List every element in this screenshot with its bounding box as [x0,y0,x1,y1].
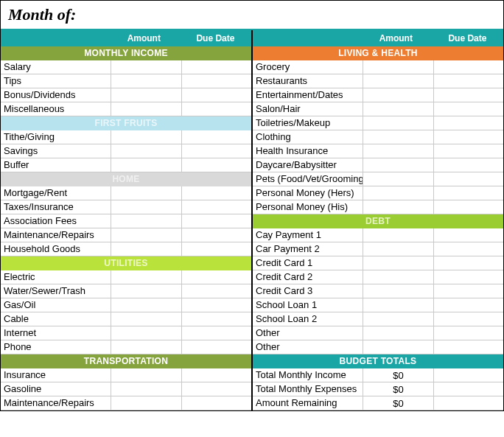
amount-cell[interactable] [111,214,181,228]
amount-cell[interactable] [111,102,181,116]
due-cell[interactable] [434,130,503,144]
due-cell[interactable] [182,298,251,312]
amount-cell[interactable] [111,312,181,326]
due-cell[interactable] [182,382,251,396]
due-cell[interactable] [434,74,503,88]
due-cell[interactable] [434,242,503,256]
amount-cell[interactable] [363,270,433,284]
amount-cell[interactable] [111,88,181,102]
header-spacer-right [253,30,360,46]
amount-cell[interactable] [363,158,433,172]
amount-cell[interactable] [111,158,181,172]
amount-cell[interactable] [111,60,181,74]
due-cell[interactable] [182,186,251,200]
due-cell[interactable] [434,102,503,116]
due-cell[interactable] [434,186,503,200]
due-cell[interactable] [182,396,251,410]
due-cell[interactable] [182,130,251,144]
amount-cell[interactable] [363,144,433,158]
due-cell[interactable] [182,200,251,214]
amount-cell[interactable] [363,130,433,144]
amount-cell[interactable] [363,186,433,200]
totals-label: Amount Remaining [253,396,363,410]
header-amount-left: Amount [108,30,180,46]
row-label: Health Insurance [253,144,363,158]
amount-cell[interactable] [363,102,433,116]
totals-label: Total Monthly Income [253,368,363,382]
budget-row: Health Insurance [253,144,503,158]
amount-cell[interactable] [363,116,433,130]
due-cell[interactable] [182,158,251,172]
due-cell[interactable] [182,284,251,298]
amount-cell[interactable] [111,298,181,312]
amount-cell[interactable] [111,130,181,144]
due-cell[interactable] [434,270,503,284]
due-cell[interactable] [182,102,251,116]
amount-cell[interactable] [111,186,181,200]
amount-cell[interactable] [111,200,181,214]
amount-cell[interactable] [363,172,433,186]
budget-row: Bonus/Dividends [1,88,251,102]
amount-cell[interactable] [363,88,433,102]
due-cell[interactable] [182,326,251,340]
budget-row: Other [253,340,503,354]
due-cell[interactable] [434,312,503,326]
due-cell[interactable] [434,326,503,340]
amount-cell[interactable] [111,74,181,88]
due-cell[interactable] [182,242,251,256]
due-cell[interactable] [434,158,503,172]
due-cell[interactable] [182,214,251,228]
row-label: School Loan 2 [253,312,363,326]
due-cell[interactable] [434,88,503,102]
amount-cell[interactable] [363,242,433,256]
amount-cell[interactable] [363,74,433,88]
amount-cell[interactable] [111,144,181,158]
amount-cell[interactable] [111,242,181,256]
amount-cell[interactable] [363,312,433,326]
budget-row: Gas/Oil [1,298,251,312]
due-cell[interactable] [182,74,251,88]
due-cell[interactable] [434,256,503,270]
amount-cell[interactable] [111,326,181,340]
due-cell[interactable] [182,228,251,242]
budget-row: Clothing [253,130,503,144]
budget-row: Insurance [1,368,251,382]
due-cell[interactable] [434,298,503,312]
due-cell[interactable] [434,172,503,186]
due-cell[interactable] [182,368,251,382]
due-cell[interactable] [434,228,503,242]
budget-row: Taxes/Insurance [1,200,251,214]
due-cell[interactable] [434,116,503,130]
amount-cell[interactable] [111,382,181,396]
amount-cell[interactable] [363,256,433,270]
budget-row: Buffer [1,158,251,172]
amount-cell[interactable] [363,60,433,74]
budget-row: Phone [1,340,251,354]
amount-cell[interactable] [111,396,181,410]
due-cell[interactable] [182,144,251,158]
amount-cell[interactable] [111,340,181,354]
row-label: Electric [1,270,111,284]
budget-row: Association Fees [1,214,251,228]
due-cell[interactable] [182,312,251,326]
amount-cell[interactable] [363,326,433,340]
due-cell[interactable] [434,144,503,158]
amount-cell[interactable] [111,228,181,242]
due-cell[interactable] [434,284,503,298]
due-cell[interactable] [182,270,251,284]
amount-cell[interactable] [111,270,181,284]
budget-row: Savings [1,144,251,158]
amount-cell[interactable] [363,284,433,298]
amount-cell[interactable] [111,284,181,298]
due-cell[interactable] [182,88,251,102]
amount-cell[interactable] [363,298,433,312]
amount-cell[interactable] [363,200,433,214]
amount-cell[interactable] [363,340,433,354]
amount-cell[interactable] [363,228,433,242]
due-cell[interactable] [434,200,503,214]
due-cell[interactable] [182,340,251,354]
due-cell[interactable] [434,340,503,354]
due-cell[interactable] [434,60,503,74]
due-cell[interactable] [182,60,251,74]
amount-cell[interactable] [111,368,181,382]
